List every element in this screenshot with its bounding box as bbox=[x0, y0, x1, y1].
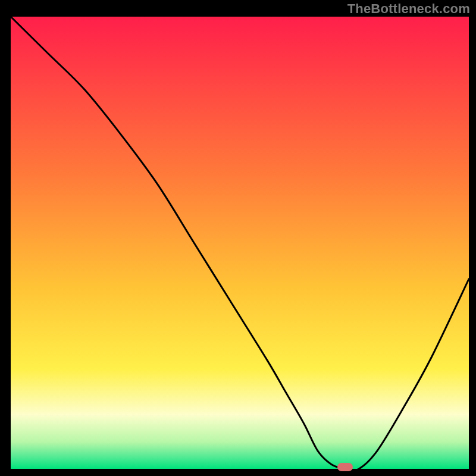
chart-container: TheBottleneck.com bbox=[0, 0, 476, 476]
chart-svg bbox=[11, 17, 469, 469]
plot-area bbox=[11, 17, 469, 469]
watermark-text: TheBottleneck.com bbox=[347, 1, 470, 17]
optimal-point-marker bbox=[337, 463, 353, 471]
